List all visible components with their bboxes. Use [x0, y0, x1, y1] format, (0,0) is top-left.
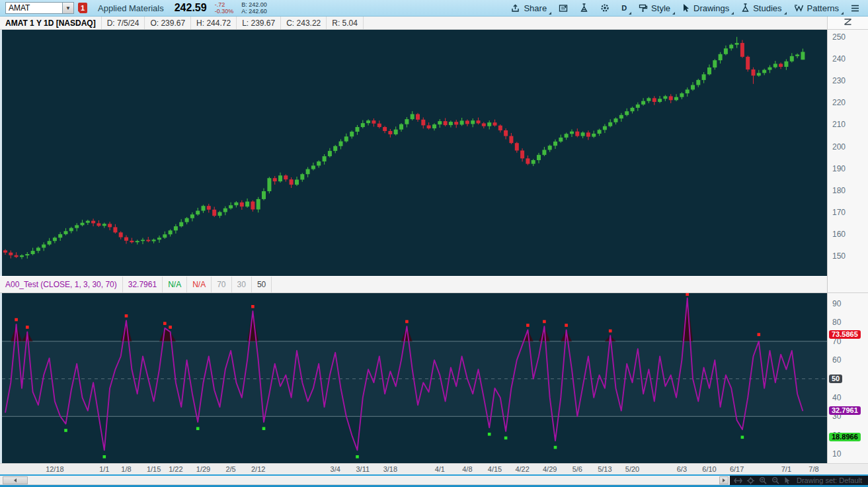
oscillator-canvas[interactable] [2, 293, 827, 463]
candle-body [460, 120, 464, 124]
candle-body [284, 175, 288, 179]
drawings-button[interactable]: Drawings [676, 0, 735, 17]
zoom-out-icon[interactable] [771, 476, 779, 484]
studies-button[interactable]: Studies [735, 0, 787, 17]
alert-badge[interactable]: 1 [78, 3, 87, 13]
candle-body [174, 226, 178, 230]
price-axis[interactable]: 150160170180190200210220230240250 [827, 30, 868, 276]
style-label: Style [651, 3, 670, 13]
candle-body [471, 120, 475, 124]
candle-body [482, 123, 486, 126]
candle-body [438, 121, 442, 124]
candle-body [218, 212, 222, 216]
study-header: A00_Test (CLOSE, 1, 3, 30, 70) 32.7961 N… [0, 276, 827, 293]
candle-body [526, 158, 530, 163]
date-tick-label: 2/5 [225, 465, 235, 473]
price-chart[interactable] [0, 30, 827, 276]
candlestick-canvas[interactable] [2, 30, 827, 276]
candle-body [537, 155, 541, 160]
quick-study-button[interactable] [574, 0, 594, 17]
candle-body [86, 221, 90, 223]
menu-button[interactable] [845, 0, 865, 17]
study-level-70: 70 [212, 277, 231, 292]
aggregation-button[interactable]: D [615, 0, 633, 17]
ohlc-date: D: 7/5/24 [102, 17, 145, 29]
oscillator-axis[interactable]: 10203040506070809073.58655032.796118.896… [827, 293, 868, 463]
candle-body [631, 108, 635, 111]
candle-body [262, 191, 266, 199]
candle-body [333, 146, 337, 151]
date-tick-label: 1/29 [196, 465, 210, 473]
symbol-input[interactable] [5, 2, 62, 14]
sell-signal-dot [686, 293, 689, 296]
axis-badge-red: 73.5865 [829, 330, 861, 339]
price-tick-label: 200 [832, 142, 846, 152]
chart-scrollbar[interactable] [0, 476, 730, 485]
news-button[interactable] [553, 0, 574, 17]
pattern-icon [794, 4, 804, 13]
candle-body [680, 93, 684, 97]
candle-body [752, 69, 756, 75]
aggregation-label: D [621, 4, 627, 12]
symbol-dropdown-button[interactable]: ▼ [62, 2, 74, 14]
zoom-in-icon[interactable] [759, 476, 767, 484]
oscillator-chart[interactable] [0, 293, 827, 463]
scroll-right-button[interactable] [719, 476, 729, 484]
candle-body [719, 54, 723, 60]
ohlc-close: C: 243.22 [281, 17, 327, 29]
buy-signal-dot [64, 429, 67, 432]
scroll-left-button[interactable] [3, 476, 28, 484]
pan-move-icon[interactable] [747, 477, 754, 484]
share-button[interactable]: Share [505, 0, 553, 17]
candle-body [702, 74, 706, 80]
drawing-set-label[interactable]: Drawing set: Default [797, 476, 862, 484]
candle-body [449, 122, 453, 125]
date-tick-label: 2/12 [251, 465, 265, 473]
candle-body [169, 230, 173, 234]
candle-body [69, 228, 73, 232]
pan-horizontal-icon[interactable] [734, 478, 742, 484]
candle-body [102, 224, 106, 226]
candle-body [586, 132, 590, 136]
candle-body [97, 223, 100, 226]
header-spacer [364, 17, 827, 29]
candle-body [686, 89, 690, 93]
candle-body [323, 156, 327, 161]
candle-body [185, 218, 189, 222]
date-axis[interactable]: 12/181/11/81/151/221/292/52/123/43/113/1… [0, 463, 868, 474]
price-change: -.72 -0.30% [215, 1, 234, 15]
candle-body [515, 143, 519, 150]
axis-settings-icon[interactable] [843, 17, 853, 29]
candle-body [25, 254, 29, 255]
study-title[interactable]: A00_Test (CLOSE, 1, 3, 30, 70) [0, 277, 123, 292]
candle-body [146, 240, 150, 242]
flask-icon [580, 3, 588, 13]
date-tick-label: 4/22 [515, 465, 529, 473]
price-tick-label: 150 [832, 251, 846, 261]
oscillator-tick-label: 90 [832, 299, 841, 308]
ohlc-low: L: 239.67 [237, 17, 281, 29]
style-button[interactable]: Style [633, 0, 676, 17]
candle-body [234, 202, 238, 205]
candle-body [58, 234, 62, 238]
symbol-entry: ▼ [5, 2, 74, 14]
sell-signal-dot [26, 326, 29, 329]
candle-body [295, 180, 299, 185]
candle-body [196, 211, 200, 215]
candle-body [570, 132, 574, 134]
pointer-tool-icon[interactable] [784, 476, 791, 484]
date-tick-label: 3/18 [383, 465, 397, 473]
sell-signal-dot [758, 333, 761, 336]
buy-signal-dot [554, 446, 557, 449]
drawings-label: Drawings [693, 3, 729, 13]
candle-body [603, 126, 607, 130]
settings-button[interactable] [594, 0, 615, 17]
candle-body [795, 55, 799, 56]
axis-badge-dark: 50 [829, 375, 842, 383]
last-price: 242.59 [175, 2, 207, 14]
candle-body [273, 178, 277, 181]
candle-body [641, 101, 645, 105]
patterns-button[interactable]: Patterns [788, 0, 845, 17]
candle-body [119, 232, 123, 237]
price-tick-label: 170 [832, 208, 846, 217]
